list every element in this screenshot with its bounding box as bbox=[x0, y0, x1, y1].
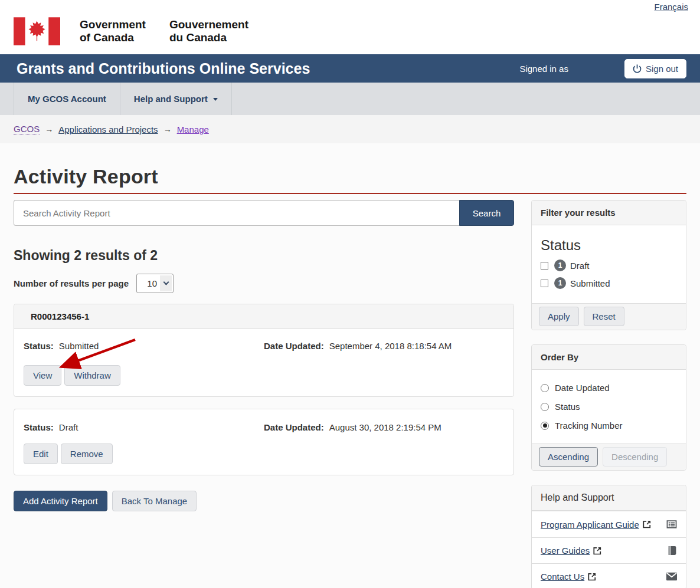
draft-checkbox[interactable] bbox=[541, 262, 548, 270]
signature-english: Government of Canada bbox=[80, 18, 146, 44]
program-applicant-guide-link[interactable]: Program Applicant Guide bbox=[541, 520, 651, 530]
filter-option-submitted[interactable]: 1 Submitted bbox=[541, 277, 677, 289]
filter-panel-title: Filter your results bbox=[532, 201, 686, 225]
signature-french: Gouvernement du Canada bbox=[169, 18, 248, 44]
breadcrumb-arrow-icon: → bbox=[45, 124, 53, 134]
tracking-number: R000123456-1 bbox=[14, 304, 513, 329]
order-by-panel: Order By Date Updated Status Tracking Nu… bbox=[531, 344, 686, 471]
order-option-date-updated[interactable]: Date Updated bbox=[541, 383, 677, 393]
app-title: Grants and Contributions Online Services bbox=[14, 60, 519, 77]
descending-button[interactable]: Descending bbox=[603, 447, 667, 467]
count-badge: 1 bbox=[554, 259, 566, 271]
canada-signature: Government of Canada Gouvernement du Can… bbox=[14, 0, 686, 45]
per-page-select[interactable]: 10 bbox=[136, 274, 174, 293]
external-link-icon bbox=[593, 547, 601, 555]
filter-panel: Filter your results Status 1 Draft 1 Sub… bbox=[531, 200, 686, 330]
signed-in-text: Signed in as bbox=[519, 64, 568, 74]
edit-button[interactable]: Edit bbox=[24, 444, 58, 464]
user-guides-link[interactable]: User Guides bbox=[541, 546, 601, 556]
filter-option-draft[interactable]: 1 Draft bbox=[541, 259, 677, 271]
count-badge: 1 bbox=[554, 277, 566, 289]
tracking-number-radio[interactable] bbox=[541, 422, 549, 430]
status-value: Draft bbox=[59, 422, 78, 432]
nav-help-and-support[interactable]: Help and Support bbox=[120, 83, 232, 115]
external-link-icon bbox=[643, 520, 651, 528]
date-updated-radio[interactable] bbox=[541, 384, 549, 392]
external-link-icon bbox=[588, 573, 596, 581]
ascending-button[interactable]: Ascending bbox=[539, 447, 598, 467]
help-row-program-applicant-guide: Program Applicant Guide bbox=[532, 511, 686, 537]
breadcrumb-manage[interactable]: Manage bbox=[177, 124, 209, 134]
app-banner: Grants and Contributions Online Services… bbox=[0, 54, 700, 83]
envelope-icon bbox=[666, 572, 677, 581]
order-by-title: Order By bbox=[532, 345, 686, 370]
status-label: Status: bbox=[24, 422, 54, 432]
date-updated-value: September 4, 2018 8:18:54 AM bbox=[329, 341, 452, 351]
submitted-checkbox[interactable] bbox=[541, 280, 548, 287]
help-row-contact-us: Contact Us bbox=[532, 563, 686, 588]
search-button[interactable]: Search bbox=[459, 200, 514, 226]
status-value: Submitted bbox=[59, 341, 99, 351]
status-label: Status: bbox=[24, 341, 54, 351]
title-rule bbox=[14, 193, 686, 194]
reset-button[interactable]: Reset bbox=[584, 307, 624, 326]
view-button[interactable]: View bbox=[24, 365, 61, 386]
date-updated-value: August 30, 2018 2:19:54 PM bbox=[329, 422, 441, 432]
canada-flag-icon bbox=[14, 17, 60, 45]
result-card-draft: Status: Draft Date Updated: August 30, 2… bbox=[14, 409, 514, 475]
help-support-panel: Help and Support Program Applicant Guide bbox=[531, 485, 686, 588]
add-activity-report-button[interactable]: Add Activity Report bbox=[14, 491, 107, 511]
result-card-submitted: R000123456-1 Status: Submitted Date Upda… bbox=[14, 304, 514, 397]
breadcrumb-gcos[interactable]: GCOS bbox=[14, 124, 40, 134]
book-icon bbox=[667, 546, 677, 556]
document-list-icon bbox=[666, 519, 677, 530]
back-to-manage-button[interactable]: Back To Manage bbox=[112, 491, 197, 511]
help-row-user-guides: User Guides bbox=[532, 537, 686, 563]
government-header: Français Government of Canada Gouverneme… bbox=[0, 0, 700, 54]
nav-my-gcos-account[interactable]: My GCOS Account bbox=[14, 83, 120, 115]
sign-out-button[interactable]: Sign out bbox=[624, 59, 686, 78]
power-icon bbox=[633, 64, 642, 73]
status-radio[interactable] bbox=[541, 403, 549, 411]
page-title: Activity Report bbox=[14, 165, 686, 188]
help-support-title: Help and Support bbox=[532, 485, 686, 511]
breadcrumb-arrow-icon: → bbox=[163, 124, 172, 134]
date-updated-label: Date Updated: bbox=[264, 422, 324, 432]
breadcrumb-applications-and-projects[interactable]: Applications and Projects bbox=[58, 124, 158, 134]
per-page-label: Number of results per page bbox=[14, 278, 129, 288]
apply-button[interactable]: Apply bbox=[539, 307, 579, 326]
breadcrumb: GCOS → Applications and Projects → Manag… bbox=[0, 115, 700, 143]
search-input[interactable] bbox=[14, 200, 459, 226]
select-dropdown-icon bbox=[160, 275, 172, 291]
withdraw-button[interactable]: Withdraw bbox=[64, 365, 120, 386]
chevron-down-icon bbox=[213, 98, 218, 101]
order-option-status[interactable]: Status bbox=[541, 402, 677, 412]
remove-button[interactable]: Remove bbox=[61, 444, 113, 464]
results-summary: Showing 2 results of 2 bbox=[14, 248, 514, 264]
site-navbar: My GCOS Account Help and Support bbox=[0, 83, 700, 115]
search-bar: Search bbox=[14, 200, 514, 226]
contact-us-link[interactable]: Contact Us bbox=[541, 571, 596, 582]
date-updated-label: Date Updated: bbox=[264, 341, 324, 351]
filter-status-heading: Status bbox=[541, 237, 677, 254]
order-option-tracking-number[interactable]: Tracking Number bbox=[541, 421, 677, 431]
